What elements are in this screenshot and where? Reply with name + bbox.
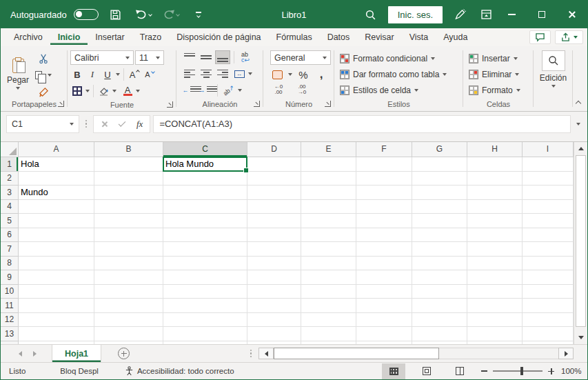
formula-input[interactable]: =CONCAT(A1:A3) (153, 115, 571, 133)
cell-G14[interactable] (412, 341, 467, 345)
zoom-slider[interactable] (493, 370, 543, 372)
cell-B12[interactable] (94, 313, 163, 328)
cell-D5[interactable] (247, 214, 301, 228)
cell-I5[interactable] (523, 214, 574, 228)
merge-center-button[interactable]: ↔ (232, 67, 247, 81)
cell-E10[interactable] (301, 285, 356, 299)
column-header-E[interactable]: E (301, 142, 356, 157)
scroll-left-icon[interactable] (258, 348, 274, 359)
cell-E5[interactable] (301, 214, 356, 228)
clipboard-dialog-launcher[interactable] (58, 101, 64, 107)
sign-in-button[interactable]: Inic. ses. (388, 6, 443, 23)
horizontal-scroll-thumb[interactable] (274, 348, 439, 359)
close-button[interactable] (557, 1, 587, 28)
cut-button[interactable] (35, 52, 52, 66)
active-cell-selection[interactable] (163, 157, 247, 172)
row-header-12[interactable]: 12 (1, 313, 19, 328)
tab-inicio[interactable]: Inicio (50, 30, 88, 45)
conditional-formatting-button[interactable]: Formato condicional (334, 50, 463, 66)
cell-G2[interactable] (412, 172, 467, 186)
cell-B3[interactable] (94, 186, 163, 200)
decrease-indent-button[interactable]: ← (182, 83, 197, 97)
cell-C10[interactable] (163, 285, 247, 299)
collapse-ribbon-icon[interactable] (576, 101, 581, 106)
cell-E3[interactable] (301, 186, 356, 200)
zoom-slider-thumb[interactable] (520, 367, 523, 375)
zoom-level[interactable]: 100% (561, 367, 587, 375)
namebox-resize-handle[interactable] (85, 120, 88, 128)
cell-F13[interactable] (356, 327, 412, 341)
row-header-8[interactable]: 8 (1, 257, 19, 271)
previous-sheet-icon[interactable] (19, 351, 22, 357)
percent-style-button[interactable]: % (296, 68, 310, 81)
cell-I9[interactable] (523, 270, 574, 285)
cell-C3[interactable] (163, 186, 247, 200)
cell-A14[interactable] (19, 341, 94, 345)
font-color-dropdown-icon[interactable] (136, 90, 140, 92)
cell-C4[interactable] (163, 200, 247, 214)
normal-view-button[interactable] (382, 363, 405, 379)
cell-I6[interactable] (523, 228, 574, 243)
cell-C5[interactable] (163, 214, 247, 228)
cell-H14[interactable] (467, 341, 523, 345)
tab-revisar[interactable]: Revisar (357, 30, 401, 45)
align-center-button[interactable] (199, 67, 214, 81)
scroll-right-icon[interactable] (558, 348, 574, 359)
vertical-scroll-thumb[interactable] (576, 155, 586, 327)
next-sheet-icon[interactable] (33, 351, 37, 357)
decrease-decimal-button[interactable]: .00 →0 (294, 84, 310, 95)
cell-G11[interactable] (412, 299, 467, 313)
cell-B9[interactable] (94, 270, 163, 285)
cell-I13[interactable] (523, 327, 574, 341)
ribbon-display-options-icon[interactable] (476, 5, 496, 24)
column-header-H[interactable]: H (467, 142, 523, 157)
cell-D4[interactable] (247, 200, 301, 214)
scroll-down-icon[interactable] (574, 331, 587, 344)
column-header-F[interactable]: F (356, 142, 412, 157)
cell-C11[interactable] (163, 299, 247, 313)
cell-H6[interactable] (467, 228, 523, 243)
format-as-table-button[interactable]: Dar formato como tabla (334, 66, 463, 82)
cell-I8[interactable] (523, 257, 574, 271)
merge-dropdown-icon[interactable] (248, 72, 252, 75)
cell-F12[interactable] (356, 313, 412, 328)
cell-C14[interactable] (163, 341, 247, 345)
cell-I7[interactable] (523, 242, 574, 257)
cell-H2[interactable] (467, 172, 523, 186)
share-button[interactable] (555, 30, 583, 44)
paste-button[interactable]: Pegar (1, 49, 35, 99)
cell-F7[interactable] (356, 242, 412, 257)
cell-B14[interactable] (94, 341, 163, 345)
font-size-combo[interactable]: 11 (135, 50, 164, 65)
font-dialog-launcher[interactable] (167, 101, 173, 108)
column-header-G[interactable]: G (412, 142, 467, 157)
cell-B13[interactable] (94, 327, 163, 341)
cell-E13[interactable] (301, 327, 356, 341)
format-cells-button[interactable]: Formato (463, 82, 534, 98)
cell-A5[interactable] (19, 214, 94, 228)
cell-D9[interactable] (247, 270, 301, 285)
borders-dropdown-icon[interactable] (85, 90, 90, 92)
cell-F3[interactable] (356, 186, 412, 200)
expand-formula-bar-icon[interactable] (576, 123, 580, 126)
tab-trazo[interactable]: Trazo (132, 30, 170, 45)
increase-decimal-button[interactable]: ←0 .00 (270, 84, 287, 95)
cell-B1[interactable] (94, 157, 163, 172)
cell-I10[interactable] (523, 285, 574, 299)
cell-D7[interactable] (247, 242, 301, 257)
increase-indent-button[interactable]: → (199, 83, 214, 97)
editor-pen-icon[interactable] (449, 5, 470, 24)
accessibility-status[interactable]: Accesibilidad: todo correcto (116, 366, 243, 376)
cell-E2[interactable] (301, 172, 356, 186)
cell-D10[interactable] (247, 285, 301, 299)
fill-color-dropdown-icon[interactable] (112, 90, 116, 92)
row-header-10[interactable]: 10 (1, 285, 19, 299)
underline-button[interactable]: U (101, 68, 114, 81)
page-break-view-button[interactable] (448, 363, 472, 379)
cell-H8[interactable] (467, 257, 523, 271)
cell-E1[interactable] (301, 157, 356, 172)
cell-H5[interactable] (467, 214, 523, 228)
cell-D13[interactable] (247, 327, 301, 341)
name-box[interactable]: C1 (6, 115, 79, 133)
cell-G1[interactable] (412, 157, 467, 172)
